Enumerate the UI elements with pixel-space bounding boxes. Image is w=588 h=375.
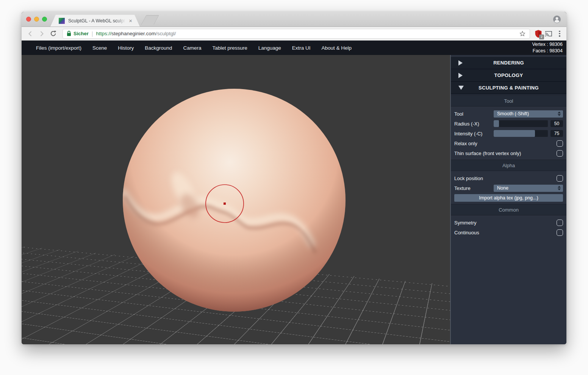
cast-icon[interactable] bbox=[544, 29, 554, 39]
tool-row: Tool Smooth (-Shift) bbox=[451, 109, 566, 119]
menu-extra-ui[interactable]: Extra UI bbox=[292, 45, 311, 51]
tool-label: Tool bbox=[454, 111, 494, 117]
panel-rendering[interactable]: RENDERING bbox=[451, 57, 566, 69]
lock-icon bbox=[67, 31, 71, 36]
collapsed-arrow-icon bbox=[458, 73, 463, 78]
mesh-stats: Vertex : 98306 Faces : 98304 bbox=[532, 41, 563, 54]
radius-row: Radius (-X) 50 bbox=[451, 119, 566, 129]
lock-position-checkbox[interactable] bbox=[557, 175, 563, 182]
lock-position-row: Lock position bbox=[451, 173, 566, 183]
section-alpha: Alpha bbox=[451, 160, 566, 171]
radius-label: Radius (-X) bbox=[454, 121, 494, 127]
relax-only-checkbox[interactable] bbox=[557, 140, 563, 147]
tool-select[interactable]: Smooth (-Shift) bbox=[494, 110, 563, 118]
url-separator: | bbox=[92, 31, 93, 37]
titlebar: SculptGL - A WebGL sculpting × bbox=[22, 12, 566, 27]
tab-title: SculptGL - A WebGL sculpting bbox=[68, 18, 127, 24]
sculpt-viewport[interactable] bbox=[22, 55, 450, 344]
continuous-label: Continuous bbox=[454, 230, 557, 235]
security-label: Sicher bbox=[74, 31, 89, 36]
thin-surface-checkbox[interactable] bbox=[557, 150, 563, 157]
bookmark-star-icon[interactable] bbox=[519, 30, 526, 37]
texture-row: Texture None bbox=[451, 183, 566, 193]
sidebar: RENDERING TOPOLOGY SCULPTING & PAINTING … bbox=[450, 55, 566, 344]
expanded-arrow-icon bbox=[458, 86, 464, 90]
browser-window: SculptGL - A WebGL sculpting × bbox=[22, 12, 566, 344]
back-icon[interactable] bbox=[25, 29, 35, 39]
intensity-slider[interactable] bbox=[494, 130, 548, 137]
panel-topology[interactable]: TOPOLOGY bbox=[451, 69, 566, 82]
collapsed-arrow-icon bbox=[458, 60, 463, 66]
menu-about-help[interactable]: About & Help bbox=[322, 45, 352, 51]
radius-value[interactable]: 50 bbox=[550, 120, 563, 127]
relax-only-row: Relax only bbox=[451, 138, 566, 148]
menu-language[interactable]: Language bbox=[258, 45, 281, 51]
sculptgl-menubar: Files (import/export) Scene History Back… bbox=[22, 41, 566, 55]
extension-badge: 2 bbox=[539, 35, 544, 39]
section-common: Common bbox=[451, 204, 566, 215]
section-tool: Tool bbox=[451, 95, 566, 107]
menu-tablet-pressure[interactable]: Tablet pressure bbox=[212, 45, 247, 51]
browser-menu-kebab-icon[interactable] bbox=[559, 31, 560, 37]
panel-sculpting-painting[interactable]: SCULPTING & PAINTING bbox=[451, 82, 566, 94]
browser-tab[interactable]: SculptGL - A WebGL sculpting × bbox=[50, 15, 140, 27]
url-field[interactable]: Sicher | https://stephaneginier.com/scul… bbox=[63, 29, 530, 39]
menu-scene[interactable]: Scene bbox=[92, 45, 107, 51]
sphere-mesh bbox=[22, 55, 450, 344]
sculptgl-favicon bbox=[59, 18, 65, 24]
import-alpha-button[interactable]: Import alpha tex (jpg, png...) bbox=[454, 194, 563, 202]
menu-history[interactable]: History bbox=[118, 45, 134, 51]
select-arrows-icon bbox=[558, 111, 561, 116]
reload-icon[interactable] bbox=[48, 29, 58, 39]
tab-close-icon[interactable]: × bbox=[129, 18, 132, 24]
page-url: https://stephaneginier.com/sculptgl/ bbox=[96, 31, 519, 36]
menu-files[interactable]: Files (import/export) bbox=[36, 45, 81, 51]
lock-position-label: Lock position bbox=[454, 176, 557, 181]
radius-slider[interactable] bbox=[494, 120, 548, 127]
texture-label: Texture bbox=[454, 185, 494, 191]
intensity-value[interactable]: 75 bbox=[550, 130, 563, 137]
relax-only-label: Relax only bbox=[454, 141, 557, 146]
symmetry-checkbox[interactable] bbox=[557, 220, 563, 226]
continuous-checkbox[interactable] bbox=[557, 229, 563, 236]
vertex-count: Vertex : 98306 bbox=[532, 41, 563, 48]
symmetry-row: Symmetry bbox=[451, 218, 566, 228]
menu-camera[interactable]: Camera bbox=[183, 45, 201, 51]
faces-count: Faces : 98304 bbox=[532, 48, 563, 54]
profile-icon[interactable] bbox=[553, 15, 561, 25]
new-tab-button[interactable] bbox=[141, 15, 159, 25]
intensity-label: Intensity (-C) bbox=[454, 131, 494, 137]
forward-icon[interactable] bbox=[37, 29, 47, 39]
thin-surface-row: Thin surface (front vertex only) bbox=[451, 148, 566, 158]
symmetry-label: Symmetry bbox=[454, 220, 557, 226]
close-window-button[interactable] bbox=[26, 17, 31, 22]
continuous-row: Continuous bbox=[451, 228, 566, 237]
fullscreen-window-button[interactable] bbox=[42, 17, 47, 22]
select-arrows-icon bbox=[558, 186, 561, 190]
adblock-extension-icon[interactable]: 2 bbox=[533, 28, 544, 39]
menu-background[interactable]: Background bbox=[145, 45, 172, 51]
minimize-window-button[interactable] bbox=[34, 17, 39, 22]
intensity-row: Intensity (-C) 75 bbox=[451, 129, 566, 138]
texture-select[interactable]: None bbox=[494, 185, 563, 192]
thin-surface-label: Thin surface (front vertex only) bbox=[454, 151, 557, 156]
address-bar: Sicher | https://stephaneginier.com/scul… bbox=[22, 27, 566, 41]
